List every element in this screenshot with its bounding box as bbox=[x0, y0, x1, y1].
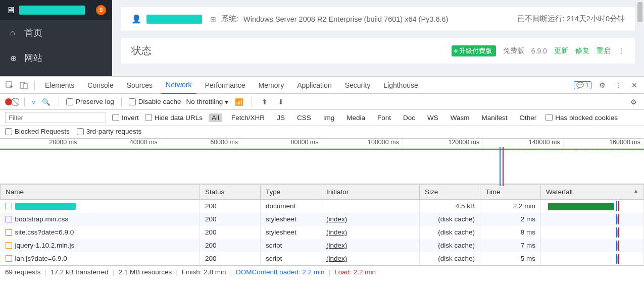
blocked-cookies-checkbox[interactable]: Has blocked cookies bbox=[546, 114, 618, 122]
cell-status: 200 bbox=[200, 200, 261, 213]
tab-performance[interactable]: Performance bbox=[200, 77, 250, 94]
globe-icon: ⊕ bbox=[10, 53, 19, 63]
timeline-tick: 60000 ms bbox=[161, 139, 241, 148]
invert-checkbox[interactable]: Invert bbox=[112, 114, 139, 122]
more-icon[interactable]: ⋮ bbox=[613, 80, 624, 91]
main-panel: 👤 ⊞ 系统: Windows Server 2008 R2 Enterpris… bbox=[112, 0, 644, 76]
type-all[interactable]: All bbox=[209, 113, 222, 122]
tab-lighthouse[interactable]: Lighthouse bbox=[378, 77, 423, 94]
request-name: lan.js?date=6.9.0 bbox=[15, 255, 67, 262]
tab-console[interactable]: Console bbox=[82, 77, 118, 94]
third-party-checkbox[interactable]: 3rd-party requests bbox=[77, 128, 142, 135]
network-toolbar: ⃠ ▿ 🔍 Preserve log Disable cache No thro… bbox=[0, 94, 644, 110]
waterfall-cell bbox=[546, 201, 638, 211]
tab-sources[interactable]: Sources bbox=[122, 77, 158, 94]
type-media[interactable]: Media bbox=[343, 113, 368, 122]
type-img[interactable]: Img bbox=[320, 113, 338, 122]
type-js[interactable]: JS bbox=[274, 113, 288, 122]
network-footer: 69 requests| 17.2 kB transferred| 2.1 MB… bbox=[0, 265, 644, 278]
close-icon[interactable]: ✕ bbox=[629, 80, 640, 91]
network-settings-icon[interactable]: ⚙ bbox=[628, 96, 639, 107]
table-row[interactable]: bootstrap.min.css200stylesheet(index)(di… bbox=[1, 213, 644, 226]
repair-link[interactable]: 修复 bbox=[575, 46, 589, 55]
menu-dots-icon[interactable]: ⋮ bbox=[618, 47, 625, 55]
sidebar-item-home[interactable]: ⌂ 首页 bbox=[0, 20, 112, 45]
col-type[interactable]: Type bbox=[261, 185, 321, 200]
inspect-icon[interactable] bbox=[4, 80, 15, 91]
request-name: site.css?date=6.9.0 bbox=[15, 228, 74, 236]
timeline-tick: 160000 ms bbox=[564, 139, 644, 148]
sidebar: 🖥 0 ⌂ 首页 ⊕ 网站 bbox=[0, 0, 112, 76]
type-wasm[interactable]: Wasm bbox=[448, 113, 473, 122]
timeline-domcontentloaded-marker bbox=[500, 147, 501, 186]
cell-status: 200 bbox=[200, 239, 261, 252]
col-size[interactable]: Size bbox=[420, 185, 480, 200]
scrollbar-thumb[interactable] bbox=[637, 2, 642, 22]
tab-elements[interactable]: Elements bbox=[40, 77, 79, 94]
blocked-requests-checkbox[interactable]: Blocked Requests bbox=[5, 128, 70, 135]
tab-memory[interactable]: Memory bbox=[254, 77, 289, 94]
upgrade-badge[interactable]: 升级付费版 bbox=[452, 45, 496, 56]
col-time[interactable]: Time bbox=[480, 185, 541, 200]
throttling-select[interactable]: No throttling ▾ bbox=[186, 98, 229, 106]
filter-icon[interactable]: ▿ bbox=[32, 98, 35, 106]
tab-application[interactable]: Application bbox=[292, 77, 337, 94]
col-waterfall[interactable]: Waterfall▲ bbox=[541, 185, 644, 200]
gear-icon[interactable]: ⚙ bbox=[597, 80, 608, 91]
cell-type: script bbox=[261, 252, 321, 265]
initiator-link[interactable]: (index) bbox=[326, 255, 347, 262]
devtools-tabbar: Elements Console Sources Network Perform… bbox=[0, 77, 644, 94]
css-file-icon bbox=[6, 216, 12, 222]
search-icon[interactable]: 🔍 bbox=[40, 96, 52, 107]
restart-link[interactable]: 重启 bbox=[597, 46, 611, 55]
timeline-overview[interactable]: 20000 ms 40000 ms 60000 ms 80000 ms 1000… bbox=[0, 139, 644, 184]
timeline-tick: 20000 ms bbox=[0, 139, 80, 148]
cell-time: 2 ms bbox=[480, 213, 541, 226]
chevron-down-icon: ▾ bbox=[225, 98, 228, 106]
tab-security[interactable]: Security bbox=[340, 77, 376, 94]
download-icon[interactable]: ⬇ bbox=[275, 96, 286, 107]
initiator-link[interactable]: (index) bbox=[326, 242, 347, 249]
tab-network[interactable]: Network bbox=[161, 77, 196, 94]
record-button[interactable] bbox=[5, 98, 12, 105]
update-link[interactable]: 更新 bbox=[554, 46, 568, 55]
table-row[interactable]: lan.js?date=6.9.0200script(index)(disk c… bbox=[1, 252, 644, 265]
wifi-icon[interactable]: 📶 bbox=[233, 96, 244, 107]
type-font[interactable]: Font bbox=[374, 113, 394, 122]
user-icon: 👤 bbox=[131, 14, 141, 24]
initiator-link[interactable]: (index) bbox=[326, 228, 347, 236]
request-name-redacted bbox=[15, 203, 76, 210]
table-row[interactable]: jquery-1.10.2.min.js200script(index)(dis… bbox=[1, 239, 644, 252]
cell-type: script bbox=[261, 239, 321, 252]
username-redacted bbox=[146, 15, 202, 24]
status-title: 状态 bbox=[131, 44, 152, 57]
cell-time: 7 ms bbox=[480, 239, 541, 252]
type-other[interactable]: Other bbox=[517, 113, 540, 122]
table-row[interactable]: 200document4.5 kB2.2 min bbox=[1, 200, 644, 213]
preserve-log-checkbox[interactable]: Preserve log bbox=[66, 98, 114, 105]
timeline-dash bbox=[503, 149, 645, 150]
col-status[interactable]: Status bbox=[200, 185, 261, 200]
notification-badge[interactable]: 0 bbox=[96, 5, 106, 15]
hide-data-urls-checkbox[interactable]: Hide data URLs bbox=[145, 114, 203, 122]
messages-pill[interactable]: 💬 1 bbox=[574, 81, 591, 89]
initiator-link[interactable]: (index) bbox=[326, 215, 347, 223]
cell-type: stylesheet bbox=[261, 226, 321, 239]
upload-icon[interactable]: ⬆ bbox=[259, 96, 270, 107]
timeline-load-marker bbox=[503, 147, 504, 186]
disable-cache-checkbox[interactable]: Disable cache bbox=[129, 98, 181, 105]
type-fetch-xhr[interactable]: Fetch/XHR bbox=[228, 113, 268, 122]
sidebar-item-sites[interactable]: ⊕ 网站 bbox=[0, 45, 112, 71]
type-manifest[interactable]: Manifest bbox=[478, 113, 510, 122]
filter-input[interactable] bbox=[5, 112, 106, 123]
footer-requests: 69 requests bbox=[5, 268, 41, 276]
col-name[interactable]: Name bbox=[1, 185, 200, 200]
type-doc[interactable]: Doc bbox=[400, 113, 418, 122]
timeline-tick: 80000 ms bbox=[241, 139, 322, 148]
table-row[interactable]: site.css?date=6.9.0200stylesheet(index)(… bbox=[1, 226, 644, 239]
type-css[interactable]: CSS bbox=[294, 113, 314, 122]
waterfall-cell bbox=[546, 241, 638, 251]
col-initiator[interactable]: Initiator bbox=[321, 185, 420, 200]
device-toggle-icon[interactable] bbox=[18, 80, 29, 91]
type-ws[interactable]: WS bbox=[424, 113, 441, 122]
